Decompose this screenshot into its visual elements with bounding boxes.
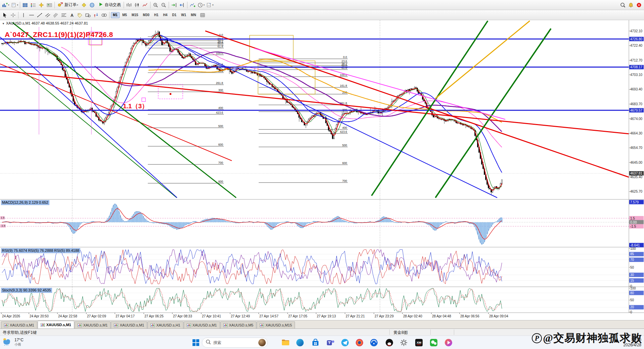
toolbar-group-right bbox=[619, 1, 643, 9]
search-daily-image[interactable] bbox=[258, 339, 266, 346]
svg-text:100: 100 bbox=[630, 286, 636, 290]
hline-button[interactable] bbox=[28, 11, 36, 19]
navigator-button[interactable] bbox=[37, 1, 45, 9]
metaeditor-icon bbox=[81, 2, 87, 8]
taskbar-weather-widget[interactable]: 17°C 小雨 bbox=[2, 337, 24, 347]
chart-plus-button[interactable]: ▾ bbox=[1, 1, 10, 9]
tiles-icon bbox=[22, 2, 28, 8]
chart-tab[interactable]: XAUUSD.s,M5 bbox=[220, 321, 257, 328]
chart-tab-label: XAUUSD.s,M1 bbox=[46, 323, 71, 327]
cursor-button[interactable] bbox=[1, 11, 9, 19]
qq-icon[interactable] bbox=[385, 338, 394, 347]
collapse-caret-icon[interactable]: ▼ bbox=[2, 22, 5, 25]
macd-label[interactable]: MACD(12,26,9) 2.129 0.652 bbox=[1, 200, 49, 205]
chart-tab[interactable]: XAUUSD.s,M1 bbox=[184, 321, 220, 328]
timeframe-H1[interactable]: H1 bbox=[152, 12, 161, 18]
wechat-icon[interactable] bbox=[429, 338, 438, 347]
svg-text:4703.10: 4703.10 bbox=[630, 73, 643, 77]
chart-tab[interactable]: XAUUSD.s,M1 bbox=[75, 321, 111, 328]
pitchfork-button[interactable] bbox=[52, 11, 60, 19]
timeframe-M5[interactable]: M5 bbox=[120, 12, 129, 18]
linechart-icon bbox=[142, 2, 148, 8]
chartshift-button[interactable] bbox=[178, 1, 186, 9]
templates-button[interactable]: ▾ bbox=[205, 1, 214, 9]
crosshair-button[interactable] bbox=[9, 11, 17, 19]
chart-tab[interactable]: XAUUSD.s,M1 bbox=[111, 321, 147, 328]
autoscroll-button[interactable] bbox=[170, 1, 178, 9]
chevron-down-icon: ▾ bbox=[77, 4, 78, 6]
timeframe-W1[interactable]: W1 bbox=[179, 12, 188, 18]
globe-icon bbox=[89, 2, 95, 8]
arrows-button[interactable] bbox=[92, 11, 100, 19]
timeframe-D1[interactable]: D1 bbox=[170, 12, 178, 18]
chart-area[interactable]: 0.023.638.250.061.8100.0161.8200261.8300… bbox=[0, 20, 644, 320]
periods-button[interactable]: ▾ bbox=[197, 1, 206, 9]
grid-button[interactable] bbox=[199, 11, 207, 19]
svg-text:28 Apr 06:56: 28 Apr 06:56 bbox=[460, 314, 479, 318]
stoch-label[interactable]: Stoch(9,3,3) 90.3396 92.4535 bbox=[1, 288, 52, 293]
chart-tab-icon bbox=[41, 323, 45, 327]
terminal-button[interactable] bbox=[45, 1, 53, 9]
chart-tab[interactable]: XAUUSD.s,M15 bbox=[257, 321, 295, 328]
label-button[interactable] bbox=[76, 11, 84, 19]
tiles-button[interactable] bbox=[21, 1, 29, 9]
bars-button[interactable] bbox=[125, 1, 133, 9]
status-profile-text[interactable]: 黄金8图 bbox=[393, 330, 408, 336]
price-chart[interactable]: 0.023.638.250.061.8100.0161.8200261.8300… bbox=[0, 20, 644, 320]
profiles-button[interactable]: ▾ bbox=[10, 1, 19, 9]
candles-button[interactable] bbox=[133, 1, 141, 9]
watermark: P @交易财神独孤求败 bbox=[532, 331, 642, 346]
chart-tab-icon bbox=[187, 323, 191, 327]
cycles-button[interactable] bbox=[100, 11, 108, 19]
bell-button[interactable] bbox=[627, 1, 635, 9]
xm-app-icon[interactable]: XM bbox=[415, 338, 423, 347]
search-button[interactable] bbox=[619, 1, 627, 9]
linechart-button[interactable] bbox=[141, 1, 149, 9]
indicators-button[interactable] bbox=[188, 1, 197, 9]
chart-tab[interactable]: XAUUSD.s,M1 bbox=[1, 321, 37, 328]
settings-icon[interactable] bbox=[399, 338, 408, 347]
vline-button[interactable] bbox=[19, 11, 28, 19]
text-button[interactable]: A bbox=[68, 11, 76, 19]
taskbar-search[interactable]: 搜索 bbox=[202, 338, 268, 348]
edge-browser-icon[interactable] bbox=[296, 338, 304, 347]
rsi-label[interactable]: RSI(9) 75.6074 RSI(5) 76.2888 RSI(5) 89.… bbox=[1, 248, 80, 253]
media-player-icon[interactable] bbox=[444, 338, 453, 347]
firefox-icon[interactable] bbox=[355, 338, 364, 347]
zoom-out-button[interactable] bbox=[160, 1, 168, 9]
new-order-button[interactable]: 新订单 ▾ bbox=[56, 1, 80, 9]
microsoft-store-icon[interactable] bbox=[311, 338, 320, 347]
zoom-in-button[interactable] bbox=[152, 1, 160, 9]
chart-tab-bar: XAUUSD.s,M1XAUUSD.s,M1XAUUSD.s,M1XAUUSD.… bbox=[0, 320, 644, 328]
start-button[interactable] bbox=[191, 338, 200, 347]
new-order-icon bbox=[57, 2, 63, 8]
timeframe-M15[interactable]: M15 bbox=[130, 12, 140, 18]
timeframe-H4[interactable]: H4 bbox=[161, 12, 170, 18]
shapes-button[interactable] bbox=[84, 11, 92, 19]
chart-tab[interactable]: XAUUSD.s,H1 bbox=[147, 321, 183, 328]
badge-button[interactable] bbox=[635, 1, 643, 9]
timeframe-MN[interactable]: MN bbox=[189, 12, 198, 18]
fibo-button[interactable] bbox=[60, 11, 68, 19]
chart-annotation-main: A`0427_ZRC1.1(9)(1)(2)P4726.8 bbox=[5, 31, 113, 39]
svg-text:500: 500 bbox=[218, 124, 223, 128]
timeframe-group: M1M5M15M30H1H4D1W1MN bbox=[111, 12, 199, 18]
timeframe-M30[interactable]: M30 bbox=[141, 12, 151, 18]
file-explorer-icon[interactable] bbox=[281, 338, 290, 347]
telegram-icon[interactable] bbox=[341, 338, 349, 347]
symbol-ohlc-text: XAUUSD.s,M1 4637.48 4638.55 4637.24 4637… bbox=[6, 21, 88, 25]
profiles-icon bbox=[11, 2, 17, 8]
trend-button[interactable] bbox=[36, 11, 44, 19]
channel-button[interactable] bbox=[44, 11, 52, 19]
teams-icon[interactable] bbox=[326, 338, 335, 347]
svg-text:300: 300 bbox=[218, 88, 223, 92]
market-watch-button[interactable] bbox=[29, 1, 37, 9]
auto-trading-button[interactable]: 自动交易 bbox=[96, 1, 123, 9]
pitchfork-icon bbox=[53, 12, 59, 18]
toolbar-separator bbox=[150, 2, 151, 8]
browser-icon[interactable] bbox=[370, 338, 378, 347]
globe-button[interactable] bbox=[88, 1, 96, 9]
chart-tab[interactable]: XAUUSD.s,M1 bbox=[38, 321, 74, 328]
timeframe-M1[interactable]: M1 bbox=[111, 12, 120, 18]
metaeditor-button[interactable] bbox=[80, 1, 88, 9]
